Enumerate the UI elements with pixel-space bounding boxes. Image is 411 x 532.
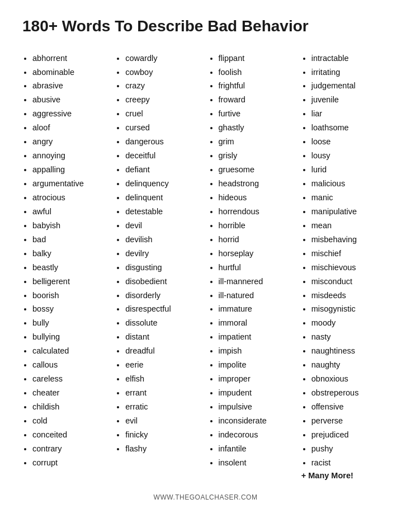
list-item: ghastly: [219, 121, 296, 135]
list-item: infantile: [219, 442, 296, 456]
list-item: hideous: [219, 191, 296, 205]
list-item: angry: [32, 135, 110, 149]
list-item: ill-mannered: [219, 275, 296, 289]
list-item: inconsiderate: [219, 414, 296, 428]
list-item: obnoxious: [311, 372, 389, 386]
list-item: careless: [32, 372, 110, 386]
word-column-1: abhorrentabominableabrasiveabusiveaggres…: [22, 51, 110, 480]
list-item: loose: [311, 135, 389, 149]
list-item: deceitful: [125, 149, 202, 163]
list-item: loathsome: [311, 121, 389, 135]
list-item: lurid: [311, 163, 389, 177]
list-item: creepy: [125, 93, 202, 107]
list-item: racist: [311, 456, 389, 470]
word-column-3: flippantfoolishfrightfulfrowardfurtivegh…: [209, 51, 296, 480]
list-item: flashy: [125, 442, 202, 456]
footer-url: WWW.THEGOALCHASER.COM: [22, 493, 389, 501]
list-item: devilry: [125, 247, 202, 261]
list-item: moody: [311, 316, 389, 330]
list-item: impulsive: [219, 400, 296, 414]
list-item: childish: [32, 400, 110, 414]
list-item: indecorous: [219, 428, 296, 442]
list-item: evil: [125, 414, 202, 428]
list-item: nasty: [311, 330, 389, 344]
list-item: impish: [219, 344, 296, 358]
list-item: aloof: [32, 121, 110, 135]
list-item: erratic: [125, 400, 202, 414]
list-item: perverse: [311, 414, 389, 428]
list-item: cheater: [32, 386, 110, 400]
list-item: dreadful: [125, 344, 202, 358]
list-item: argumentative: [32, 177, 110, 191]
list-item: mean: [311, 219, 389, 233]
list-item: pushy: [311, 442, 389, 456]
page-title: 180+ Words To Describe Bad Behavior: [22, 17, 389, 36]
list-item: juvenile: [311, 93, 389, 107]
list-item: impatient: [219, 330, 296, 344]
list-item: horrible: [219, 219, 296, 233]
list-item: misdeeds: [311, 289, 389, 303]
list-item: hurtful: [219, 261, 296, 275]
list-item: elfish: [125, 372, 202, 386]
list-item: aggressive: [32, 107, 110, 121]
list-item: impudent: [219, 386, 296, 400]
list-item: disobedient: [125, 275, 202, 289]
list-item: beastly: [32, 261, 110, 275]
list-item: horrendous: [219, 205, 296, 219]
list-item: mischievous: [311, 261, 389, 275]
list-item: conceited: [32, 428, 110, 442]
list-item: liar: [311, 107, 389, 121]
list-item: immature: [219, 302, 296, 316]
list-item: impolite: [219, 358, 296, 372]
list-item: horrid: [219, 233, 296, 247]
list-item: bullying: [32, 330, 110, 344]
list-item: disorderly: [125, 289, 202, 303]
list-item: misconduct: [311, 275, 389, 289]
list-item: misogynistic: [311, 302, 389, 316]
list-item: flippant: [219, 51, 296, 65]
list-item: gruesome: [219, 163, 296, 177]
list-item: cruel: [125, 107, 202, 121]
word-column-2: cowardlycowboycrazycreepycruelcurseddang…: [115, 51, 202, 480]
list-item: malicious: [311, 177, 389, 191]
list-item: bad: [32, 233, 110, 247]
list-item: judgemental: [311, 79, 389, 93]
list-item: errant: [125, 386, 202, 400]
list-item: dissolute: [125, 316, 202, 330]
list-item: furtive: [219, 107, 296, 121]
list-item: cowboy: [125, 65, 202, 79]
list-item: atrocious: [32, 191, 110, 205]
list-item: naughtiness: [311, 344, 389, 358]
list-item: devilish: [125, 233, 202, 247]
word-columns: abhorrentabominableabrasiveabusiveaggres…: [22, 51, 389, 480]
list-item: eerie: [125, 358, 202, 372]
list-item: irritating: [311, 65, 389, 79]
list-item: grisly: [219, 149, 296, 163]
list-item: grim: [219, 135, 296, 149]
list-item: callous: [32, 358, 110, 372]
list-item: contrary: [32, 442, 110, 456]
list-item: bully: [32, 316, 110, 330]
list-item: misbehaving: [311, 233, 389, 247]
list-item: disrespectful: [125, 302, 202, 316]
list-item: froward: [219, 93, 296, 107]
list-item: boorish: [32, 289, 110, 303]
list-item: babyish: [32, 219, 110, 233]
list-item: improper: [219, 372, 296, 386]
list-item: cold: [32, 414, 110, 428]
list-item: cowardly: [125, 51, 202, 65]
list-item: abominable: [32, 65, 110, 79]
list-item: frightful: [219, 79, 296, 93]
list-item: balky: [32, 247, 110, 261]
list-item: distant: [125, 330, 202, 344]
list-item: insolent: [219, 456, 296, 470]
list-item: manipulative: [311, 205, 389, 219]
list-item: finicky: [125, 428, 202, 442]
list-item: abusive: [32, 93, 110, 107]
list-item: intractable: [311, 51, 389, 65]
list-item: immoral: [219, 316, 296, 330]
list-item: belligerent: [32, 275, 110, 289]
list-item: abhorrent: [32, 51, 110, 65]
list-item: abrasive: [32, 79, 110, 93]
plus-more-label: + Many More!: [301, 471, 389, 480]
